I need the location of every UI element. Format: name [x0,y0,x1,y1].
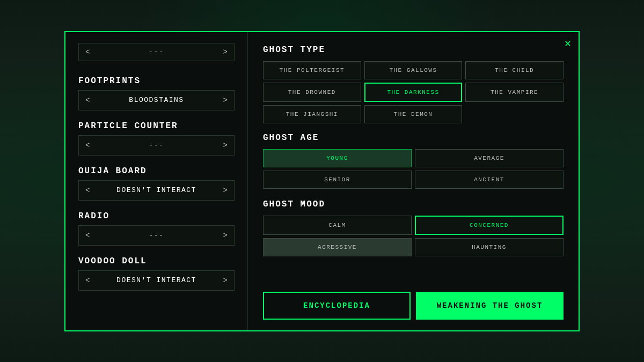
ghost-mood-grid: CALM CONCERNED AGRESSIVE HAUNTING [263,216,564,256]
ouija-board-left-arrow[interactable]: < [85,186,90,195]
footprints-selector[interactable]: < BLOODSTAINS > [78,90,235,110]
voodoo-doll-selector[interactable]: < DOESN'T INTERACT > [78,270,235,291]
ghost-mood-haunting[interactable]: HAUNTING [415,238,564,256]
bottom-buttons: ENCYCLOPEDIA WEAKENING THE GHOST [263,292,564,320]
ghost-type-gallows[interactable]: THE GALLOWS [364,61,463,79]
ouija-board-right-arrow[interactable]: > [223,186,228,195]
ouija-board-selector[interactable]: < DOESN'T INTERACT > [78,180,235,201]
radio-right-arrow[interactable]: > [223,231,228,240]
ghost-age-ancient[interactable]: ANCIENT [415,171,564,189]
voodoo-doll-value: DOESN'T INTERACT [90,276,223,284]
close-button[interactable]: ✕ [565,39,571,49]
particle-counter-right-arrow[interactable]: > [223,141,228,150]
radio-value: --- [90,231,223,239]
ghost-age-title: GHOST AGE [263,133,564,143]
ghost-type-poltergeist[interactable]: THE POLTERGEIST [263,61,361,79]
footprints-label: FOOTPRINTS [78,76,235,86]
top-nav-value: --- [149,48,164,56]
ouija-board-value: DOESN'T INTERACT [90,186,223,194]
top-nav-right-arrow[interactable]: > [223,48,228,56]
ghost-mood-concerned[interactable]: CONCERNED [415,216,564,235]
radio-left-arrow[interactable]: < [85,231,90,240]
ghost-type-child[interactable]: THE CHILD [465,61,564,79]
weaken-button[interactable]: WEAKENING THE GHOST [416,292,564,320]
voodoo-doll-right-arrow[interactable]: > [223,276,228,285]
voodoo-doll-label: VOODOO DOLL [78,256,235,266]
ghost-age-average[interactable]: AVERAGE [415,149,564,167]
modal: ✕ < --- > FOOTPRINTS < BLOODSTAINS > PAR… [64,31,580,331]
particle-counter-left-arrow[interactable]: < [85,141,90,150]
ghost-type-title: GHOST TYPE [263,45,564,55]
ghost-type-grid-row2: THE DROWNED THE DARKNESS THE VAMPIRE [263,83,564,102]
ghost-mood-title: GHOST MOOD [263,200,564,209]
ghost-type-vampire[interactable]: THE VAMPIRE [465,83,564,102]
ghost-age-young[interactable]: YOUNG [263,149,412,167]
particle-counter-value: --- [90,141,223,149]
top-nav-left-arrow[interactable]: < [85,48,90,56]
ghost-type-drowned[interactable]: THE DROWNED [263,83,361,102]
footprints-right-arrow[interactable]: > [223,96,228,105]
ghost-type-grid-row1: THE POLTERGEIST THE GALLOWS THE CHILD [263,61,564,79]
left-panel: < --- > FOOTPRINTS < BLOODSTAINS > PARTI… [65,32,248,330]
particle-counter-label: PARTICLE COUNTER [78,121,235,131]
encyclopedia-button[interactable]: ENCYCLOPEDIA [263,292,411,320]
ghost-mood-aggressive[interactable]: AGRESSIVE [263,238,412,256]
voodoo-doll-left-arrow[interactable]: < [85,276,90,285]
top-nav[interactable]: < --- > [78,43,235,61]
ouija-board-label: OUIJA BOARD [78,166,235,176]
footprints-left-arrow[interactable]: < [85,96,90,105]
ghost-mood-calm[interactable]: CALM [263,216,412,235]
particle-counter-selector[interactable]: < --- > [78,135,235,156]
ghost-type-jiangshi[interactable]: THE JIANGSHI [263,105,361,123]
radio-label: RADIO [78,211,235,221]
footprints-value: BLOODSTAINS [90,96,223,104]
right-panel: GHOST TYPE THE POLTERGEIST THE GALLOWS T… [248,32,579,330]
ghost-type-demon[interactable]: THE DEMON [364,105,463,123]
ghost-type-darkness[interactable]: THE DARKNESS [364,83,463,102]
ghost-type-grid-row3: THE JIANGSHI THE DEMON [263,105,564,123]
ghost-age-senior[interactable]: SENIOR [263,171,412,189]
radio-selector[interactable]: < --- > [78,225,235,246]
ghost-age-grid: YOUNG AVERAGE SENIOR ANCIENT [263,149,564,189]
